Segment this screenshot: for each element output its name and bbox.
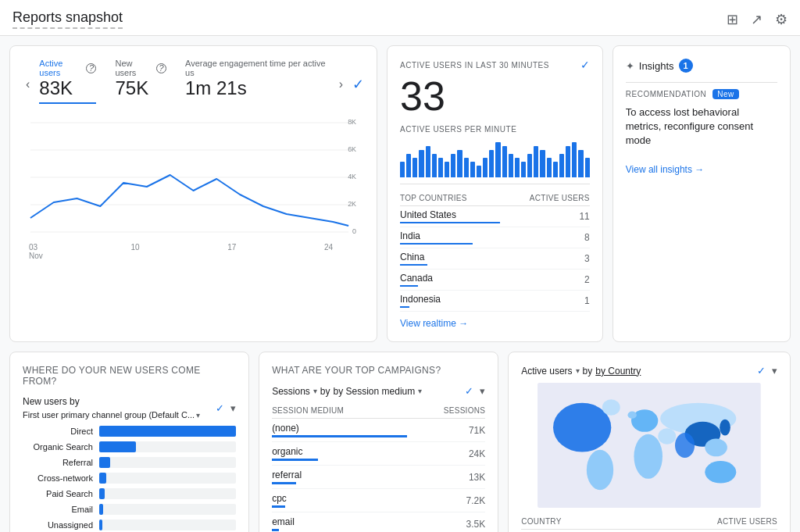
table-row: United States 11 (400, 206, 590, 227)
campaigns-header-row: Sessions ▾ by by Session medium ▾ ✓ ▾ (272, 385, 485, 397)
insights-title: ✦ Insights 1 (626, 59, 693, 73)
avg-engagement-metric[interactable]: Average engagement time per active us 1m… (185, 59, 330, 99)
mini-bar (400, 162, 405, 177)
campaigns-more-icon[interactable]: ▾ (480, 385, 485, 397)
mini-bar (419, 150, 423, 177)
table-row: cpc 7.2K (272, 489, 485, 512)
bar-fill (99, 488, 105, 499)
mini-bar (438, 158, 443, 177)
mini-bar (432, 154, 437, 177)
realtime-sublabel: ACTIVE USERS PER MINUTE (400, 125, 590, 134)
bar-track (99, 426, 236, 437)
svg-point-23 (659, 428, 677, 445)
view-realtime-link[interactable]: View realtime → (400, 318, 590, 329)
mini-bar (445, 162, 449, 177)
mini-bar (406, 154, 411, 177)
bar-label: Referral (23, 458, 93, 467)
list-item: Cross-network (23, 473, 236, 484)
list-item: Organic Search (23, 441, 236, 452)
mini-bar (515, 158, 520, 177)
grid-icon[interactable]: ⊞ (727, 11, 738, 28)
session-medium: (none) (272, 419, 407, 442)
col-country: TOP COUNTRIES (400, 191, 500, 206)
map-actions: ✓ ▾ (757, 365, 777, 377)
campaigns-dropdown2[interactable]: ▾ (418, 387, 422, 395)
country-name: China (400, 248, 500, 270)
bar-fill (99, 441, 136, 452)
list-item: Direct (23, 426, 236, 437)
prev-metric-button[interactable]: ‹ (23, 74, 33, 95)
acquisition-dropdown-arrow[interactable]: ▾ (196, 411, 200, 420)
mini-bar (566, 146, 570, 177)
svg-text:0: 0 (352, 227, 356, 235)
country-name: India (400, 227, 500, 248)
realtime-number: 33 (400, 74, 590, 119)
new-users-info-icon[interactable]: ? (156, 63, 166, 73)
insights-divider (626, 82, 777, 83)
acquisition-more-icon[interactable]: ▾ (230, 402, 236, 414)
svg-point-19 (705, 439, 728, 457)
avg-engagement-value: 1m 21s (185, 77, 330, 99)
new-users-label: New users ? (115, 59, 166, 77)
session-value: 7.2K (407, 489, 485, 512)
country-name: United States (400, 206, 500, 227)
mini-bar (477, 166, 481, 177)
mini-bar (489, 150, 494, 177)
mini-bar (585, 158, 590, 177)
svg-text:8K: 8K (348, 118, 356, 126)
list-item: Referral (23, 457, 236, 468)
svg-text:6K: 6K (348, 145, 356, 153)
mini-bar (457, 150, 462, 177)
session-medium: organic (272, 442, 407, 466)
mini-bar (553, 162, 558, 177)
acquisition-actions: ✓ ▾ (216, 402, 236, 414)
bar-label: Direct (23, 427, 93, 436)
country-value: 3 (500, 248, 590, 270)
map-country-table: COUNTRY ACTIVE USERS United States 51K C… (521, 514, 777, 532)
mini-bar (464, 158, 469, 177)
active-users-info-icon[interactable]: ? (86, 63, 96, 73)
map-dropdown1[interactable]: ▾ (576, 366, 580, 375)
bar-track (99, 457, 236, 468)
bar-fill (99, 426, 236, 437)
svg-point-18 (675, 433, 695, 458)
top-row: ‹ Active users ? 83K New users ? (9, 45, 791, 342)
mini-bar (495, 142, 500, 177)
country-name: Indonesia (400, 291, 500, 312)
new-users-metric[interactable]: New users ? 75K (115, 59, 166, 99)
list-item: Unassigned (23, 520, 236, 530)
world-map (521, 383, 777, 508)
svg-point-20 (720, 420, 730, 436)
view-insights-link[interactable]: View all insights → (626, 148, 777, 175)
active-users-metric[interactable]: Active users ? 83K (39, 59, 96, 104)
bar-label: Organic Search (23, 442, 93, 452)
session-value: 71K (407, 419, 485, 442)
next-metric-button[interactable]: › (336, 74, 346, 95)
table-row: (none) 71K (272, 419, 485, 442)
session-value: 3.5K (407, 512, 485, 532)
bar-fill (99, 520, 102, 530)
bar-fill (99, 473, 106, 484)
insights-text: To access lost behavioral metrics, recon… (626, 105, 777, 148)
line-chart: 8K 6K 4K 2K 0 (23, 116, 364, 241)
campaigns-dropdown1[interactable]: ▾ (313, 387, 317, 395)
mini-bar (483, 158, 488, 177)
metrics-row: Active users ? 83K New users ? 75K (39, 59, 329, 104)
table-row: Canada 2 (400, 270, 590, 291)
svg-point-12 (602, 399, 620, 416)
map-header-row: Active users ▾ by by Country ✓ ▾ (521, 365, 777, 377)
list-item: Paid Search (23, 488, 236, 499)
svg-point-15 (634, 434, 663, 479)
share-icon[interactable]: ↗ (751, 11, 762, 28)
svg-point-11 (553, 403, 611, 452)
new-users-value: 75K (115, 77, 166, 99)
active-users-value: 83K (39, 77, 96, 99)
insights-panel: ✦ Insights 1 RECOMMENDATION New To acces… (612, 45, 791, 342)
campaigns-check-icon: ✓ (465, 385, 473, 397)
rec-label: RECOMMENDATION New (626, 89, 777, 99)
mini-bar (451, 154, 455, 177)
map-more-icon[interactable]: ▾ (772, 365, 777, 377)
mini-bar (470, 162, 475, 177)
svg-text:4K: 4K (348, 173, 356, 180)
settings-icon[interactable]: ⚙ (775, 11, 788, 28)
